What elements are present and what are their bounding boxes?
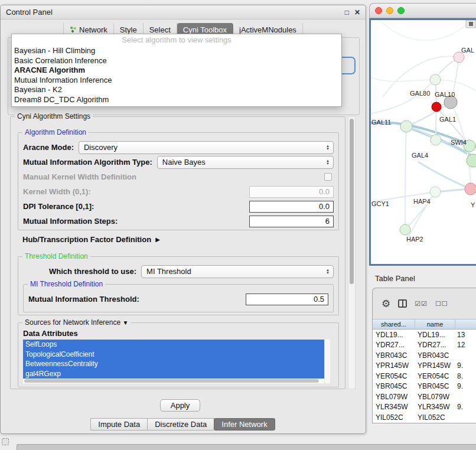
canvas-corner-widget[interactable] <box>466 20 476 28</box>
dropdown-item[interactable]: Basic Correlation Inference <box>12 56 341 66</box>
network-node[interactable] <box>465 183 476 195</box>
which-threshold-select[interactable]: MI Threshold ▲▼ <box>141 265 334 278</box>
network-graph: GAL GAL80 GAL10 GAL11 GAL1 SWI4 GAL4 GCY… <box>371 20 476 264</box>
data-attributes-label: Data Attributes <box>23 329 78 338</box>
network-node[interactable] <box>430 187 441 197</box>
mi-type-label: Mutual Information Algorithm Type: <box>23 158 152 167</box>
gear-icon[interactable]: ⚙ <box>382 298 390 310</box>
scrollbar-thumb[interactable] <box>350 119 354 284</box>
attribute-item-selected[interactable]: gal4RGexp <box>23 369 324 379</box>
table-row[interactable]: YER054CYER054C8. <box>373 371 476 381</box>
table-row[interactable]: YDL19...YDL19...13 <box>373 330 476 340</box>
close-window-icon[interactable]: ✕ <box>354 8 360 17</box>
list-scrollbar[interactable] <box>324 340 330 383</box>
dropdown-item[interactable]: Bayesian - K2 <box>12 85 341 95</box>
hub-section-toggle[interactable]: Hub/Transcription Factor Definition ▶ <box>22 235 160 244</box>
table-body: YDL19...YDL19...13 YDR27...YDR27...12 YB… <box>373 330 476 423</box>
table-row[interactable]: YBR045CYBR045C9. <box>373 381 476 392</box>
settings-scrollbar[interactable] <box>348 116 356 389</box>
manual-kernel-width-checkbox[interactable] <box>324 173 332 181</box>
float-window-icon[interactable]: □ <box>345 8 349 17</box>
apply-button[interactable]: Apply <box>160 399 200 412</box>
group-title: Threshold Definition <box>22 252 90 260</box>
network-node[interactable] <box>400 120 412 132</box>
selected-value: Discovery <box>84 143 118 152</box>
zoom-button[interactable] <box>397 7 405 14</box>
network-node[interactable] <box>431 135 441 145</box>
svg-text:GCY1: GCY1 <box>371 200 389 207</box>
control-panel-titlebar[interactable]: Control Panel □ ✕ <box>1 5 366 19</box>
select-all-icon[interactable]: ☑☑ <box>415 300 428 308</box>
combo-arrows-icon: ▲▼ <box>322 145 330 150</box>
tab-impute-data[interactable]: Impute Data <box>90 418 148 431</box>
dpi-tolerance-field[interactable]: 0.0 <box>249 201 334 213</box>
network-node[interactable] <box>400 224 410 235</box>
svg-text:HAP2: HAP2 <box>406 236 423 243</box>
horizontal-scrollbar[interactable] <box>24 379 319 383</box>
aracne-mode-select[interactable]: Discovery ▲▼ <box>79 141 334 154</box>
kernel-width-field[interactable]: 0.0 <box>249 186 334 198</box>
desktop: Control Panel □ ✕ Network Style <box>0 0 476 450</box>
attribute-item-selected[interactable]: BetweennessCentrality <box>23 359 324 369</box>
tab-discretize-data[interactable]: Discretize Data <box>147 418 214 431</box>
selected-value: Naive Bayes <box>162 158 206 167</box>
mi-type-select[interactable]: Naive Bayes ▲▼ <box>157 156 334 169</box>
hidden-panel-icon[interactable] <box>2 438 9 445</box>
dropdown-item-selected[interactable]: ARACNE Algorithm <box>12 66 341 76</box>
aracne-mode-label: Aracne Mode: <box>23 143 74 152</box>
table-panel-window: ⚙ ☑☑ ☐☐ shared... name YDL19...YDL19...1… <box>372 288 476 423</box>
tab-label: Style <box>120 25 137 34</box>
attribute-item-selected[interactable]: SelfLoops <box>23 340 324 350</box>
tab-label: Network <box>79 25 107 34</box>
column-header-shared-name[interactable]: shared... <box>373 319 415 329</box>
network-frame: GAL GAL80 GAL10 GAL11 GAL1 SWI4 GAL4 GCY… <box>369 18 476 266</box>
tab-label: Cyni Toolbox <box>183 25 227 34</box>
bottom-panel-strip <box>17 444 476 450</box>
algorithm-definition-group: Algorithm Definition Aracne Mode: Discov… <box>18 132 339 230</box>
table-row[interactable]: YBL079WYBL079W <box>373 392 476 402</box>
network-node[interactable] <box>432 102 441 112</box>
mi-threshold-field[interactable]: 0.5 <box>246 294 328 305</box>
algorithm-dropdown-list: Select algorithm to view settings Bayesi… <box>11 34 342 107</box>
threshold-definition-group: Threshold Definition Which threshold to … <box>18 256 339 315</box>
minimize-button[interactable] <box>386 7 393 14</box>
close-button[interactable] <box>375 7 382 14</box>
cyni-bottom-tabs: Impute Data Discretize Data Infer Networ… <box>1 418 366 431</box>
which-threshold-label: Which threshold to use: <box>49 267 136 276</box>
network-node-labels: GAL GAL80 GAL10 GAL11 GAL1 SWI4 GAL4 GCY… <box>371 47 475 243</box>
sources-group-title[interactable]: Sources for Network Inference ▼ <box>22 318 131 327</box>
table-row[interactable]: YDR27...YDR27...12 <box>373 340 476 351</box>
mi-threshold-label: Mutual Information Threshold: <box>28 295 139 304</box>
columns-icon[interactable] <box>398 299 407 308</box>
table-row[interactable]: YLR345WYLR345W9. <box>373 402 476 413</box>
group-title: MI Threshold Definition <box>28 280 105 288</box>
svg-text:Y: Y <box>471 201 475 208</box>
dropdown-item[interactable]: Bayesian - Hill Climbing <box>12 46 341 56</box>
dropdown-item[interactable]: Dream8 DC_TDC Algorithm <box>12 95 341 105</box>
table-panel-title: Table Panel <box>375 274 415 283</box>
svg-text:GAL10: GAL10 <box>435 91 455 98</box>
table-row[interactable]: YIL052CYIL052C <box>373 412 476 423</box>
network-node[interactable] <box>430 74 441 85</box>
network-canvas[interactable]: GAL GAL80 GAL10 GAL11 GAL1 SWI4 GAL4 GCY… <box>371 20 476 264</box>
table-toolbar: ⚙ ☑☑ ☐☐ <box>373 288 476 319</box>
table-row[interactable]: YBR043CYBR043C <box>373 350 476 361</box>
window-title: Control Panel <box>6 8 53 17</box>
column-header-extra[interactable] <box>455 319 476 329</box>
cyni-algorithm-settings-group: Cyni Algorithm Settings Algorithm Defini… <box>10 116 345 389</box>
combo-arrows-icon: ▲▼ <box>322 269 330 274</box>
deselect-all-icon[interactable]: ☐☐ <box>435 300 448 308</box>
dropdown-item[interactable]: Mutual Information Inference <box>12 76 341 86</box>
data-attributes-list[interactable]: SelfLoops TopologicalCoefficient Between… <box>23 340 330 383</box>
svg-text:HAP4: HAP4 <box>413 198 431 205</box>
tab-infer-network[interactable]: Infer Network <box>214 418 275 431</box>
attribute-item-selected[interactable]: TopologicalCoefficient <box>23 350 324 360</box>
combo-arrows-icon: ▲▼ <box>322 159 330 165</box>
table-row[interactable]: YPR145WYPR145W9. <box>373 361 476 371</box>
selected-value: MI Threshold <box>146 267 191 276</box>
sources-group: Sources for Network Inference ▼ Data Att… <box>18 322 339 387</box>
group-title: Cyni Algorithm Settings <box>15 112 93 120</box>
column-header-name[interactable]: name <box>415 319 455 329</box>
network-window-titlebar[interactable] <box>369 3 476 18</box>
mi-steps-field[interactable]: 6 <box>249 216 334 227</box>
